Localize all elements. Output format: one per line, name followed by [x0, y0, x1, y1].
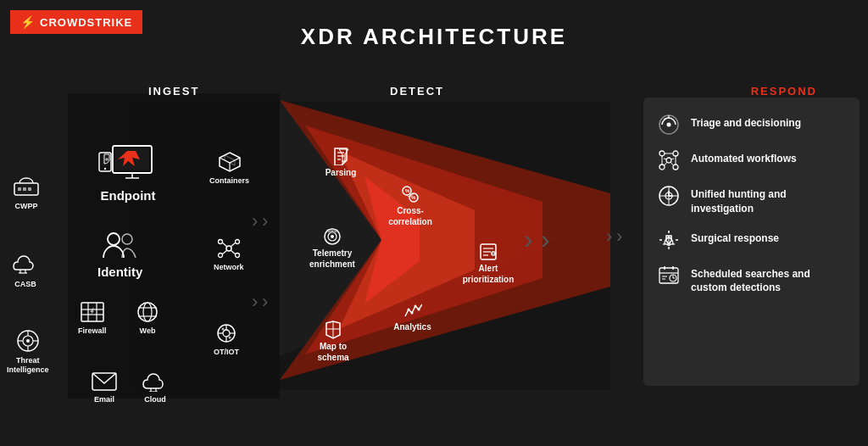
firewall-icon: [80, 301, 105, 323]
identity-label: Identity: [97, 265, 142, 279]
otiot-source: OT/IOT: [214, 322, 239, 357]
respond-workflows: Automated workflows: [657, 148, 846, 172]
casb-source: CASB: [13, 254, 38, 289]
svg-line-59: [231, 243, 236, 247]
containers-label: Containers: [209, 176, 249, 186]
svg-point-96: [659, 151, 665, 156]
parsing-label: Parsing: [315, 147, 366, 178]
svg-rect-17: [28, 187, 31, 191]
svg-point-44: [138, 303, 157, 321]
respond-scheduled: Scheduled searches andcustom detections: [657, 264, 846, 296]
network-source: Network: [214, 237, 244, 272]
svg-text:›: ›: [606, 226, 612, 247]
cloud-icon: [142, 371, 168, 392]
hunting-icon: [657, 184, 681, 208]
svg-point-45: [143, 303, 152, 321]
scheduled-text: Scheduled searches andcustom detections: [691, 264, 810, 296]
alert-prioritization-label: Alert prioritization: [458, 243, 519, 285]
surgical-icon: [657, 228, 681, 252]
detect-label: DETECT: [390, 85, 444, 98]
firewall-label: Firewall: [78, 326, 107, 336]
ingest-label: INGEST: [148, 85, 199, 98]
svg-point-55: [235, 240, 239, 244]
svg-point-57: [235, 254, 239, 258]
triage-icon: [657, 113, 681, 137]
threat-intel-icon: [14, 329, 42, 353]
svg-point-75: [331, 235, 334, 238]
network-icon: [217, 237, 241, 259]
cwpp-icon: [13, 176, 40, 198]
scheduled-icon: [657, 264, 681, 287]
svg-point-37: [108, 233, 120, 245]
identity-block: Identity: [97, 231, 142, 279]
svg-point-100: [673, 164, 678, 170]
respond-box: Triage and decisioning Automated workflo…: [643, 98, 860, 386]
cloud-label: Cloud: [144, 395, 166, 404]
web-source: Web: [136, 301, 159, 336]
svg-text:›: ›: [262, 210, 268, 231]
endpoint-block: Endpoint: [97, 142, 159, 203]
endpoint-label: Endpoint: [101, 188, 156, 203]
map-schema-label: Map to schema: [303, 321, 363, 363]
svg-point-94: [667, 123, 671, 127]
logo-icon: ⚡: [20, 15, 35, 29]
svg-point-38: [122, 234, 132, 244]
svg-line-107: [670, 162, 674, 166]
svg-text:%: %: [411, 195, 416, 200]
svg-line-60: [222, 250, 227, 254]
analytics-label: Analytics: [385, 301, 440, 332]
map-schema-icon: [324, 321, 342, 339]
svg-point-54: [218, 240, 222, 244]
svg-point-83: [410, 312, 413, 315]
otiot-label: OT/IOT: [214, 348, 239, 357]
svg-line-106: [664, 162, 667, 166]
casb-label: CASB: [14, 280, 36, 289]
svg-rect-15: [18, 187, 21, 191]
svg-point-69: [229, 337, 231, 339]
cross-correlation-label: % % Cross- correlation: [380, 185, 441, 227]
workflows-icon: [657, 148, 681, 172]
svg-text:›: ›: [524, 224, 533, 254]
cloud-source: Cloud: [142, 371, 168, 404]
hunting-text: Unified hunting andinvestigation: [691, 184, 787, 216]
svg-text:›: ›: [541, 224, 550, 254]
endpoint-icon: [97, 142, 159, 185]
email-source: Email: [92, 371, 117, 404]
firewall-source: Firewall: [78, 301, 107, 336]
respond-hunting: Unified hunting andinvestigation: [657, 184, 846, 216]
respond-surgical: Surgical response: [657, 228, 846, 252]
svg-point-56: [218, 254, 222, 258]
surgical-text: Surgical response: [691, 228, 779, 246]
svg-text:›: ›: [616, 226, 622, 247]
cwpp-label: CWPP: [15, 202, 38, 211]
cross-correlation-icon: % %: [401, 185, 420, 203]
svg-point-23: [26, 339, 30, 343]
crowdstrike-logo: ⚡ CROWDSTRIKE: [10, 10, 142, 34]
svg-point-97: [673, 151, 678, 156]
analytics-icon: [403, 301, 422, 320]
svg-rect-16: [23, 187, 26, 191]
svg-text:›: ›: [262, 291, 268, 312]
workflows-text: Automated workflows: [691, 148, 797, 166]
respond-triage: Triage and decisioning: [657, 113, 846, 137]
containers-icon: [218, 151, 242, 173]
svg-point-85: [417, 309, 420, 311]
svg-text:›: ›: [252, 210, 258, 231]
containers-source: Containers: [209, 151, 249, 186]
telemetry-icon: [323, 227, 342, 246]
telemetry-label: Telemetry enrichment: [302, 227, 363, 270]
identity-icon: [102, 231, 139, 261]
svg-point-68: [222, 328, 225, 331]
svg-point-92: [493, 255, 494, 256]
email-label: Email: [94, 395, 114, 404]
triage-text: Triage and decisioning: [691, 113, 801, 131]
svg-point-84: [414, 305, 416, 308]
svg-point-99: [659, 164, 665, 170]
cwpp-source: CWPP: [13, 176, 40, 211]
svg-point-34: [104, 168, 106, 170]
web-icon: [136, 301, 159, 323]
svg-line-58: [222, 243, 227, 247]
svg-marker-0: [131, 102, 610, 390]
svg-line-61: [231, 250, 236, 254]
threat-intel-label: ThreatIntelligence: [7, 356, 49, 375]
